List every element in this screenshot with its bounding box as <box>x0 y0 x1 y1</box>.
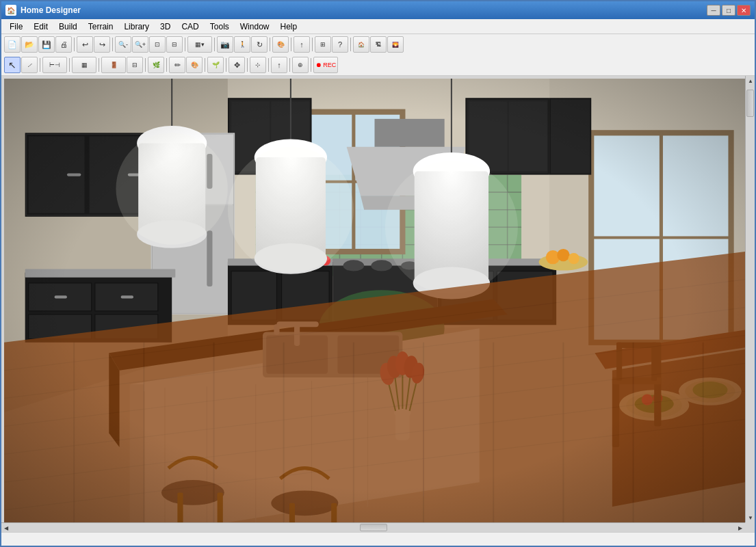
menu-3d[interactable]: 3D <box>155 19 176 34</box>
menu-edit[interactable]: Edit <box>28 19 53 34</box>
main-window: 🏠 Home Designer ─ □ ✕ File Edit Build Te… <box>0 0 756 547</box>
toolbar1-container: 📄 📂 💾 🖨 ↩ ↪ 🔍- 🔍+ ⊡ ⊟ ▦▾ 📷 🚶 ↻ 🎨 ↑ ⊞ ? <box>1 34 755 76</box>
menu-terrain[interactable]: Terrain <box>83 19 119 34</box>
pointer-tool[interactable]: ⊕ <box>292 57 309 73</box>
transform-tool[interactable]: ⊹ <box>250 57 266 73</box>
menu-file[interactable]: File <box>4 19 28 34</box>
canvas-area: ▲ ▼ ◀ ▶ <box>1 76 755 532</box>
redo-button[interactable]: ↪ <box>94 36 110 53</box>
plant-tool[interactable]: 🌱 <box>207 57 224 73</box>
scrollbar-vertical[interactable]: ▲ ▼ <box>745 76 755 522</box>
svg-rect-174 <box>4 79 745 522</box>
close-button[interactable]: ✕ <box>737 5 751 16</box>
toolbar1: 📄 📂 💾 🖨 ↩ ↪ 🔍- 🔍+ ⊡ ⊟ ▦▾ 📷 🚶 ↻ 🎨 ↑ ⊞ ? <box>1 34 755 55</box>
zoom-out-button[interactable]: 🔍- <box>115 36 131 53</box>
kitchen-scene <box>4 79 745 522</box>
scroll-thumb-vertical[interactable] <box>746 90 754 117</box>
floor-selector[interactable]: ▦▾ <box>187 36 212 53</box>
sep9 <box>40 58 40 72</box>
camera-button[interactable]: 📷 <box>217 36 233 53</box>
door-tool[interactable]: 🚪 <box>101 57 126 73</box>
scrollbar-horizontal[interactable]: ◀ ▶ <box>1 522 745 532</box>
draw-tool[interactable]: ⟋ <box>21 57 38 73</box>
sep4 <box>214 38 215 51</box>
scroll-left-arrow[interactable]: ◀ <box>1 523 11 532</box>
menu-bar: File Edit Build Terrain Library 3D CAD T… <box>1 19 755 34</box>
sep7 <box>312 38 313 51</box>
toolbar2: ↖ ⟋ ⊢⊣ ▦ 🚪 ⊟ 🌿 ✏ 🎨 🌱 ✥ ⊹ ↑ ⊕ ⏺ REC <box>1 55 755 75</box>
arrow-up-button[interactable]: ↑ <box>294 36 310 53</box>
dimension-tool[interactable]: ⊢⊣ <box>42 57 67 73</box>
app-icon: 🏠 <box>5 5 16 16</box>
plan-button[interactable]: 🏠 <box>353 36 369 53</box>
status-bar <box>1 532 755 546</box>
sep19 <box>311 58 311 72</box>
sep8 <box>350 38 351 51</box>
view2d-button[interactable]: ⊞ <box>315 36 331 53</box>
minimize-button[interactable]: ─ <box>707 5 720 16</box>
sep17 <box>268 58 269 72</box>
scroll-down-arrow[interactable]: ▼ <box>746 513 755 522</box>
scroll-right-arrow[interactable]: ▶ <box>735 523 745 532</box>
menu-help[interactable]: Help <box>274 19 302 34</box>
menu-tools[interactable]: Tools <box>205 19 235 34</box>
zoom-select-button[interactable]: ⊟ <box>166 36 183 53</box>
window-title: Home Designer <box>21 5 707 15</box>
maximize-button[interactable]: □ <box>722 5 735 16</box>
menu-build[interactable]: Build <box>53 19 83 34</box>
sep18 <box>289 58 290 72</box>
title-bar: 🏠 Home Designer ─ □ ✕ <box>1 1 755 19</box>
pencil-tool[interactable]: ✏ <box>169 57 185 73</box>
sep14 <box>205 58 205 72</box>
zoom-fit-button[interactable]: ⊡ <box>149 36 166 53</box>
menu-window[interactable]: Window <box>235 19 275 34</box>
wall-tool[interactable]: ▦ <box>72 57 96 73</box>
color-tool[interactable]: 🎨 <box>186 57 203 73</box>
print-button[interactable]: 🖨 <box>55 36 72 53</box>
help-button[interactable]: ? <box>332 36 348 53</box>
sep13 <box>166 58 167 72</box>
open-button[interactable]: 📂 <box>21 36 38 53</box>
orbit-button[interactable]: ↻ <box>251 36 268 53</box>
sep5 <box>270 38 270 51</box>
record-button[interactable]: ⏺ REC <box>313 57 338 73</box>
elevation-button[interactable]: 🏗 <box>370 36 387 53</box>
stairs-tool[interactable]: ⊟ <box>127 57 143 73</box>
sep15 <box>226 58 226 72</box>
scroll-thumb-horizontal[interactable] <box>360 524 387 531</box>
menu-cad[interactable]: CAD <box>176 19 204 34</box>
sep10 <box>69 58 70 72</box>
sep16 <box>247 58 248 72</box>
select-tool[interactable]: ↖ <box>4 57 21 73</box>
sep12 <box>145 58 146 72</box>
new-button[interactable]: 📄 <box>4 36 21 53</box>
undo-button[interactable]: ↩ <box>77 36 93 53</box>
material-button[interactable]: 🎨 <box>272 36 289 53</box>
canvas-inner[interactable] <box>4 79 745 522</box>
save-button[interactable]: 💾 <box>38 36 55 53</box>
move-tool[interactable]: ✥ <box>229 57 245 73</box>
sep2 <box>112 38 113 51</box>
zoom-in-button[interactable]: 🔍+ <box>132 36 148 53</box>
sep1 <box>74 38 75 51</box>
menu-library[interactable]: Library <box>118 19 155 34</box>
terrain-tool[interactable]: 🌿 <box>148 57 164 73</box>
walk-button[interactable]: 🚶 <box>234 36 250 53</box>
sep11 <box>99 58 99 72</box>
sep6 <box>291 38 291 51</box>
sep3 <box>185 38 185 51</box>
window-controls: ─ □ ✕ <box>707 5 751 16</box>
scroll-up-arrow[interactable]: ▲ <box>746 76 755 85</box>
render-button[interactable]: 🌄 <box>387 36 404 53</box>
arrow-tool[interactable]: ↑ <box>271 57 287 73</box>
